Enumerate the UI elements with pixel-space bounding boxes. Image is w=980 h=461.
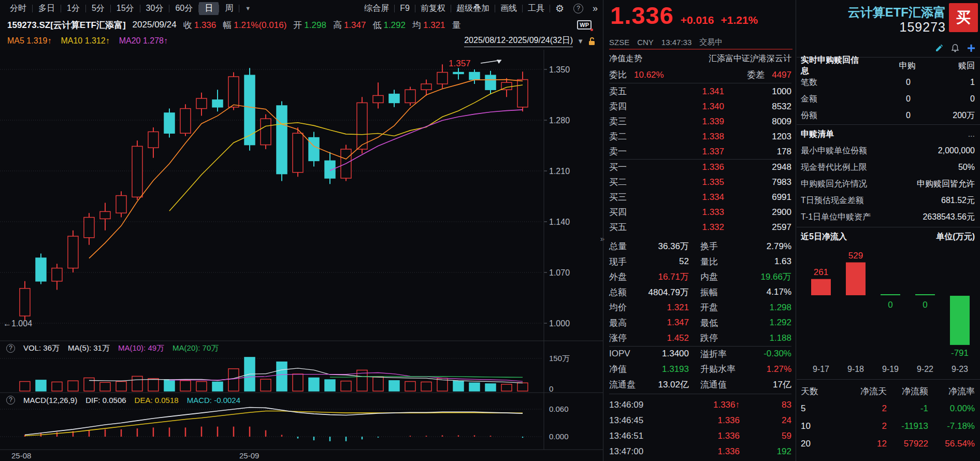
panel-icons [934,44,976,53]
stat-value: 1.321 [642,302,689,313]
plus-icon[interactable] [967,44,976,53]
redeem-value: 0 [911,94,975,104]
order-book-row[interactable]: 买二1.3357983 [609,175,791,190]
tick-time: 13:46:51 [609,431,661,441]
subscription-row: 笔数01 [801,75,975,90]
book-price[interactable]: 1.337 [642,147,742,157]
field-label: 均 [412,19,421,31]
volume-bar [309,378,319,391]
stats-row: 现手52量比1.63 [609,254,791,270]
order-book-row[interactable]: 卖三1.3398009 [609,114,791,129]
price-change: +0.016 [681,14,714,26]
kv-label: T-1日单位申赎资产 [801,212,871,223]
nav-trend-link[interactable]: 净值走势 [609,53,642,64]
stat-label: 均价 [609,301,642,313]
volume-bar [469,383,480,391]
book-price[interactable]: 1.334 [642,192,742,203]
tab-日[interactable]: 日 [199,2,219,15]
book-volume: 7983 [742,177,791,188]
tab-多日[interactable]: 多日 [33,2,61,15]
book-price[interactable]: 1.333 [642,207,742,218]
order-book-row[interactable]: 卖一1.337178 [609,144,791,159]
candle-body [244,75,255,145]
field-label: 量 [452,19,461,31]
pane-divider [796,0,796,461]
date-range[interactable]: 2025/08/12-2025/09/24(32日) [464,35,573,47]
menu-超级叠加[interactable]: 超级叠加 [451,2,495,15]
order-book-row[interactable]: 卖四1.3408532 [609,99,791,114]
kv-value: 681.52元 [941,195,975,206]
exchange-status-row: SZSE CNY 13:47:33 交易中 [609,35,792,50]
order-book-row[interactable]: 买一1.3362948 [609,160,791,175]
table-cell: 12 [830,439,887,449]
book-volume: 8532 [742,102,791,112]
book-price[interactable]: 1.341 [642,87,742,97]
order-book-row[interactable]: 买五1.3322597 [609,220,791,235]
book-price[interactable]: 1.335 [642,177,742,188]
unlock-icon[interactable] [588,37,596,46]
stat-label: 内盘 [700,271,745,283]
tab-30分[interactable]: 30分 [140,2,169,15]
tick-price-value: 1.336 [717,415,740,425]
stat-label: 流通值 [700,379,745,391]
candle-body [453,73,464,74]
more-button[interactable]: ... [968,129,975,139]
pencil-icon[interactable] [934,44,944,53]
period-low-label: ←1.004 [3,319,32,328]
order-book-row[interactable]: 卖二1.3381203 [609,129,791,144]
bell-icon[interactable] [950,44,960,53]
tab-分时[interactable]: 分时 [4,2,32,15]
book-level-label: 买三 [609,191,642,203]
field-label: 收 [183,19,192,31]
tab-1分[interactable]: 1分 [61,2,85,15]
fund-full-name[interactable]: 汇添富中证沪港深云计 [709,53,791,64]
menu-F9[interactable]: F9 [395,3,415,14]
table-cell: -7.18% [928,421,975,431]
subscription-row: 份额0200万 [801,108,975,123]
table-row: 52-10.00% [801,401,975,416]
book-price[interactable]: 1.338 [642,132,742,142]
kv-label: T日预估现金差额 [801,195,864,206]
wp-badge-icon[interactable]: WP [577,20,592,30]
book-price[interactable]: 1.339 [642,117,742,127]
volume-bar [261,379,271,391]
kv-value: 50% [958,163,975,172]
stats-row: 净值1.3193升贴水率1.27% [609,362,791,377]
macd-help-icon[interactable]: ? [6,396,15,405]
help-icon[interactable]: ? [573,4,583,13]
period-dropdown[interactable]: ▼ [239,4,256,12]
candle-body [309,138,319,161]
range-dropdown-icon[interactable]: ▼ [577,37,584,45]
menu-前复权[interactable]: 前复权 [415,2,451,15]
candle-body [293,133,303,172]
more-chevron-icon[interactable]: » [587,2,603,15]
gear-icon[interactable]: ⚙ [550,2,569,16]
tab-60分[interactable]: 60分 [169,2,198,15]
kv-row: 现金替代比例上限50% [801,160,975,175]
tick-list: 13:46:091.336↑8313:46:451.3362413:46:511… [609,394,791,459]
list-header: 申赎清单 ... [801,126,975,142]
menu-综合屏[interactable]: 综合屏 [359,2,394,15]
col-subscribe: 申购 [862,61,915,71]
order-book-row[interactable]: 买三1.3346991 [609,190,791,205]
menu-画线[interactable]: 画线 [495,2,522,15]
book-price[interactable]: 1.340 [642,102,742,112]
stat-value: 1.298 [745,302,791,313]
book-price[interactable]: 1.336 [642,162,742,172]
stat-value: 1.63 [745,256,791,267]
volume-bar [132,376,142,391]
vol-help-icon[interactable]: ? [6,344,15,353]
menu-工具[interactable]: 工具 [523,2,550,15]
tab-15分[interactable]: 15分 [111,2,140,15]
market-status: 交易中 [699,37,723,47]
last-price-row: 1.336 +0.016 +1.21% [610,1,758,30]
buy-button[interactable]: 买 [949,3,978,32]
volume-bar [180,381,191,391]
order-book-row[interactable]: 卖五1.3411000 [609,84,791,99]
order-book-row[interactable]: 买四1.3332900 [609,205,791,220]
stats-row: 总量36.36万换手2.79% [609,239,791,254]
tab-周[interactable]: 周 [219,2,239,15]
quote-field-高: 高1.347 [333,19,366,31]
book-price[interactable]: 1.332 [642,222,742,233]
tab-5分[interactable]: 5分 [86,2,110,15]
